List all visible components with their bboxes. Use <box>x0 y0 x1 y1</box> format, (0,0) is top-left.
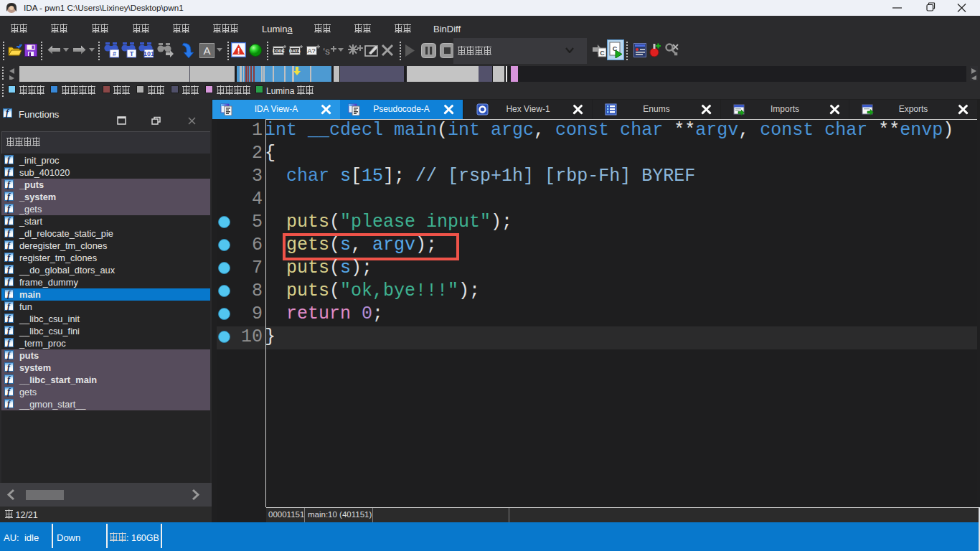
svg-text:DATA: DATA <box>289 49 301 53</box>
svg-text:A: A <box>203 44 210 57</box>
svg-text:101: 101 <box>143 50 154 57</box>
svg-text:C: C <box>600 50 605 57</box>
svg-text:T: T <box>130 50 134 57</box>
svg-text:A?: A? <box>307 47 315 55</box>
svg-text:CODE: CODE <box>273 49 285 53</box>
svg-text:#: # <box>113 50 116 57</box>
svg-text:‘s: ‘s <box>323 46 330 57</box>
